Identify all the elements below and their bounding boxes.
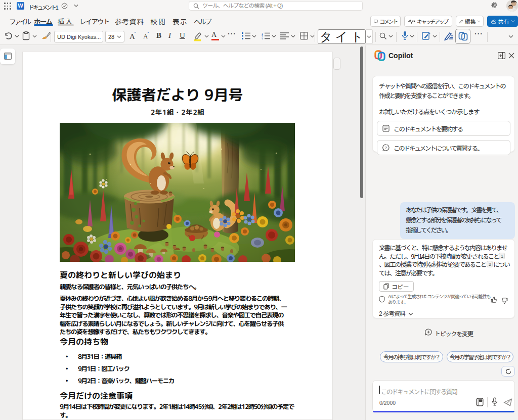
svg-text:3: 3: [262, 37, 263, 39]
svg-text:?: ?: [385, 146, 387, 150]
